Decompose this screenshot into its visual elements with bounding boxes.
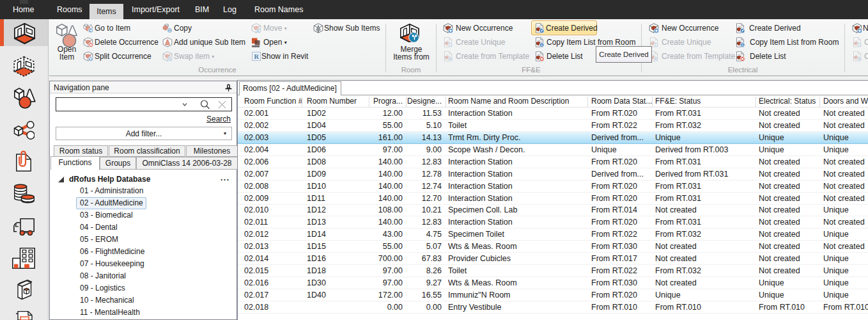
svg-text:www: www xyxy=(251,44,260,48)
svg-text:R: R xyxy=(254,53,260,60)
